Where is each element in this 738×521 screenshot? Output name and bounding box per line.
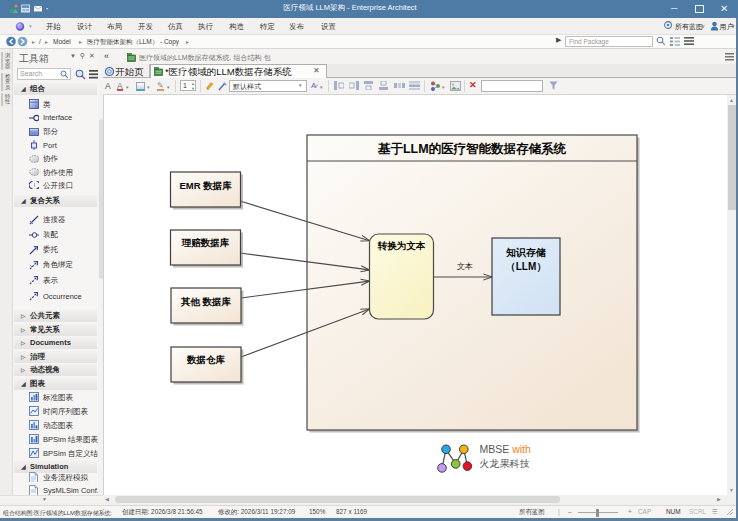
svg-text:火龙果科技: 火龙果科技	[480, 458, 530, 469]
svg-text:知识存储: 知识存储	[505, 247, 546, 258]
svg-text:数据仓库: 数据仓库	[186, 354, 226, 365]
svg-text:其他 数据库: 其他 数据库	[180, 296, 232, 307]
svg-text:理赔数据库: 理赔数据库	[181, 237, 230, 248]
svg-text:EMR 数据库: EMR 数据库	[179, 180, 232, 191]
svg-text:基于LLM的医疗智能数据存储系统: 基于LLM的医疗智能数据存储系统	[377, 141, 567, 156]
svg-text:转换为文本: 转换为文本	[377, 240, 426, 251]
svg-text:文本: 文本	[457, 262, 473, 271]
svg-text:（LLM）: （LLM）	[506, 261, 547, 272]
svg-text:MBSE with: MBSE with	[480, 443, 532, 455]
